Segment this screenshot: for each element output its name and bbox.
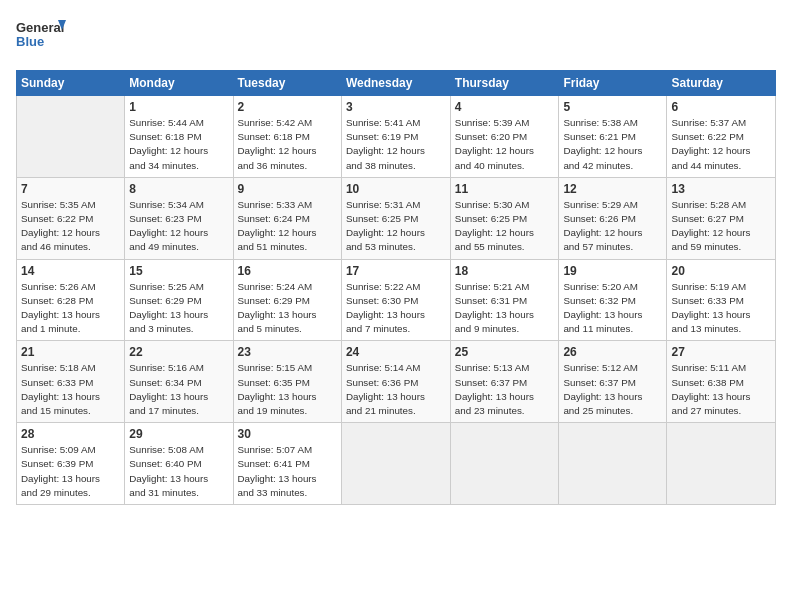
day-info: Sunrise: 5:21 AM Sunset: 6:31 PM Dayligh… xyxy=(455,280,555,337)
calendar-cell: 24Sunrise: 5:14 AM Sunset: 6:36 PM Dayli… xyxy=(341,341,450,423)
day-info: Sunrise: 5:31 AM Sunset: 6:25 PM Dayligh… xyxy=(346,198,446,255)
day-number: 14 xyxy=(21,264,120,278)
day-info: Sunrise: 5:13 AM Sunset: 6:37 PM Dayligh… xyxy=(455,361,555,418)
day-number: 13 xyxy=(671,182,771,196)
day-info: Sunrise: 5:15 AM Sunset: 6:35 PM Dayligh… xyxy=(238,361,337,418)
calendar-cell: 11Sunrise: 5:30 AM Sunset: 6:25 PM Dayli… xyxy=(450,177,559,259)
day-number: 28 xyxy=(21,427,120,441)
day-number: 10 xyxy=(346,182,446,196)
calendar-cell: 29Sunrise: 5:08 AM Sunset: 6:40 PM Dayli… xyxy=(125,423,233,505)
calendar-cell: 28Sunrise: 5:09 AM Sunset: 6:39 PM Dayli… xyxy=(17,423,125,505)
calendar-cell: 20Sunrise: 5:19 AM Sunset: 6:33 PM Dayli… xyxy=(667,259,776,341)
day-number: 11 xyxy=(455,182,555,196)
calendar-cell: 4Sunrise: 5:39 AM Sunset: 6:20 PM Daylig… xyxy=(450,96,559,178)
day-number: 20 xyxy=(671,264,771,278)
day-number: 25 xyxy=(455,345,555,359)
day-info: Sunrise: 5:30 AM Sunset: 6:25 PM Dayligh… xyxy=(455,198,555,255)
logo-icon: General Blue xyxy=(16,16,66,58)
calendar-cell: 15Sunrise: 5:25 AM Sunset: 6:29 PM Dayli… xyxy=(125,259,233,341)
day-info: Sunrise: 5:16 AM Sunset: 6:34 PM Dayligh… xyxy=(129,361,228,418)
calendar-cell: 16Sunrise: 5:24 AM Sunset: 6:29 PM Dayli… xyxy=(233,259,341,341)
weekday-header-wednesday: Wednesday xyxy=(341,71,450,96)
day-number: 18 xyxy=(455,264,555,278)
calendar-cell: 25Sunrise: 5:13 AM Sunset: 6:37 PM Dayli… xyxy=(450,341,559,423)
calendar-cell xyxy=(559,423,667,505)
day-number: 30 xyxy=(238,427,337,441)
page-header: General Blue xyxy=(16,16,776,58)
calendar-cell: 27Sunrise: 5:11 AM Sunset: 6:38 PM Dayli… xyxy=(667,341,776,423)
day-info: Sunrise: 5:42 AM Sunset: 6:18 PM Dayligh… xyxy=(238,116,337,173)
day-number: 23 xyxy=(238,345,337,359)
day-number: 9 xyxy=(238,182,337,196)
day-number: 12 xyxy=(563,182,662,196)
day-info: Sunrise: 5:24 AM Sunset: 6:29 PM Dayligh… xyxy=(238,280,337,337)
calendar-cell: 14Sunrise: 5:26 AM Sunset: 6:28 PM Dayli… xyxy=(17,259,125,341)
svg-text:Blue: Blue xyxy=(16,34,44,49)
day-info: Sunrise: 5:20 AM Sunset: 6:32 PM Dayligh… xyxy=(563,280,662,337)
day-number: 26 xyxy=(563,345,662,359)
calendar-cell xyxy=(17,96,125,178)
day-number: 21 xyxy=(21,345,120,359)
calendar-cell: 26Sunrise: 5:12 AM Sunset: 6:37 PM Dayli… xyxy=(559,341,667,423)
day-info: Sunrise: 5:33 AM Sunset: 6:24 PM Dayligh… xyxy=(238,198,337,255)
day-info: Sunrise: 5:14 AM Sunset: 6:36 PM Dayligh… xyxy=(346,361,446,418)
day-number: 17 xyxy=(346,264,446,278)
calendar-cell: 18Sunrise: 5:21 AM Sunset: 6:31 PM Dayli… xyxy=(450,259,559,341)
day-info: Sunrise: 5:44 AM Sunset: 6:18 PM Dayligh… xyxy=(129,116,228,173)
calendar-cell: 22Sunrise: 5:16 AM Sunset: 6:34 PM Dayli… xyxy=(125,341,233,423)
calendar-cell: 6Sunrise: 5:37 AM Sunset: 6:22 PM Daylig… xyxy=(667,96,776,178)
calendar-cell: 9Sunrise: 5:33 AM Sunset: 6:24 PM Daylig… xyxy=(233,177,341,259)
logo: General Blue xyxy=(16,16,66,58)
day-number: 27 xyxy=(671,345,771,359)
calendar-cell xyxy=(341,423,450,505)
day-info: Sunrise: 5:22 AM Sunset: 6:30 PM Dayligh… xyxy=(346,280,446,337)
day-number: 4 xyxy=(455,100,555,114)
calendar-cell: 19Sunrise: 5:20 AM Sunset: 6:32 PM Dayli… xyxy=(559,259,667,341)
day-number: 19 xyxy=(563,264,662,278)
calendar-cell: 10Sunrise: 5:31 AM Sunset: 6:25 PM Dayli… xyxy=(341,177,450,259)
day-info: Sunrise: 5:26 AM Sunset: 6:28 PM Dayligh… xyxy=(21,280,120,337)
day-info: Sunrise: 5:35 AM Sunset: 6:22 PM Dayligh… xyxy=(21,198,120,255)
weekday-header-saturday: Saturday xyxy=(667,71,776,96)
day-info: Sunrise: 5:34 AM Sunset: 6:23 PM Dayligh… xyxy=(129,198,228,255)
calendar-cell: 13Sunrise: 5:28 AM Sunset: 6:27 PM Dayli… xyxy=(667,177,776,259)
calendar-cell: 8Sunrise: 5:34 AM Sunset: 6:23 PM Daylig… xyxy=(125,177,233,259)
calendar-cell: 23Sunrise: 5:15 AM Sunset: 6:35 PM Dayli… xyxy=(233,341,341,423)
calendar-table: SundayMondayTuesdayWednesdayThursdayFrid… xyxy=(16,70,776,505)
calendar-cell: 2Sunrise: 5:42 AM Sunset: 6:18 PM Daylig… xyxy=(233,96,341,178)
day-info: Sunrise: 5:38 AM Sunset: 6:21 PM Dayligh… xyxy=(563,116,662,173)
weekday-header-monday: Monday xyxy=(125,71,233,96)
day-number: 22 xyxy=(129,345,228,359)
calendar-cell: 3Sunrise: 5:41 AM Sunset: 6:19 PM Daylig… xyxy=(341,96,450,178)
day-info: Sunrise: 5:19 AM Sunset: 6:33 PM Dayligh… xyxy=(671,280,771,337)
day-info: Sunrise: 5:11 AM Sunset: 6:38 PM Dayligh… xyxy=(671,361,771,418)
calendar-cell: 21Sunrise: 5:18 AM Sunset: 6:33 PM Dayli… xyxy=(17,341,125,423)
day-info: Sunrise: 5:18 AM Sunset: 6:33 PM Dayligh… xyxy=(21,361,120,418)
day-number: 15 xyxy=(129,264,228,278)
day-number: 8 xyxy=(129,182,228,196)
calendar-cell: 5Sunrise: 5:38 AM Sunset: 6:21 PM Daylig… xyxy=(559,96,667,178)
day-info: Sunrise: 5:09 AM Sunset: 6:39 PM Dayligh… xyxy=(21,443,120,500)
calendar-cell: 12Sunrise: 5:29 AM Sunset: 6:26 PM Dayli… xyxy=(559,177,667,259)
calendar-cell xyxy=(667,423,776,505)
day-info: Sunrise: 5:25 AM Sunset: 6:29 PM Dayligh… xyxy=(129,280,228,337)
day-number: 6 xyxy=(671,100,771,114)
weekday-header-thursday: Thursday xyxy=(450,71,559,96)
day-info: Sunrise: 5:28 AM Sunset: 6:27 PM Dayligh… xyxy=(671,198,771,255)
day-info: Sunrise: 5:12 AM Sunset: 6:37 PM Dayligh… xyxy=(563,361,662,418)
day-number: 29 xyxy=(129,427,228,441)
weekday-header-friday: Friday xyxy=(559,71,667,96)
day-info: Sunrise: 5:07 AM Sunset: 6:41 PM Dayligh… xyxy=(238,443,337,500)
day-info: Sunrise: 5:08 AM Sunset: 6:40 PM Dayligh… xyxy=(129,443,228,500)
day-number: 5 xyxy=(563,100,662,114)
day-info: Sunrise: 5:41 AM Sunset: 6:19 PM Dayligh… xyxy=(346,116,446,173)
day-number: 24 xyxy=(346,345,446,359)
calendar-cell: 1Sunrise: 5:44 AM Sunset: 6:18 PM Daylig… xyxy=(125,96,233,178)
weekday-header-sunday: Sunday xyxy=(17,71,125,96)
calendar-cell xyxy=(450,423,559,505)
calendar-cell: 17Sunrise: 5:22 AM Sunset: 6:30 PM Dayli… xyxy=(341,259,450,341)
day-info: Sunrise: 5:39 AM Sunset: 6:20 PM Dayligh… xyxy=(455,116,555,173)
svg-text:General: General xyxy=(16,20,64,35)
day-number: 7 xyxy=(21,182,120,196)
day-number: 2 xyxy=(238,100,337,114)
